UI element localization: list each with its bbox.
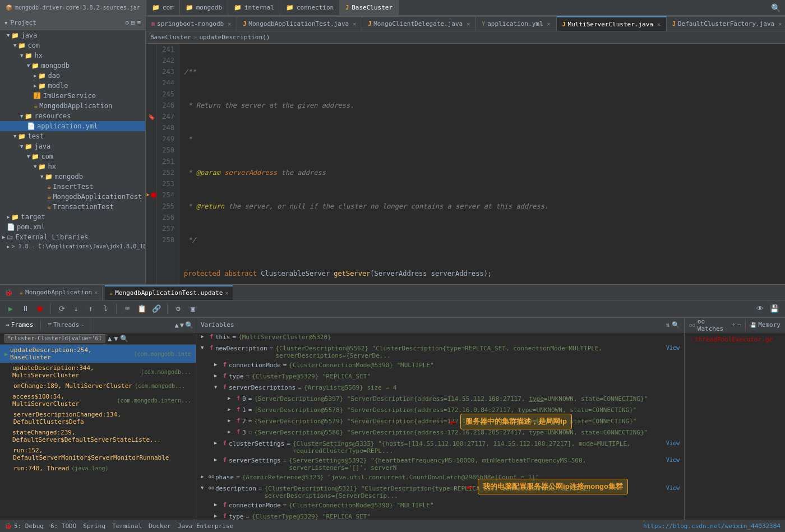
threads-button[interactable]: 🔗 bbox=[150, 303, 163, 315]
step-out-button[interactable]: ↑ bbox=[85, 303, 97, 315]
var-serverdesc[interactable]: ▼ f serverDescriptions = {ArrayList@5569… bbox=[196, 383, 684, 394]
sidebar-settings-icon[interactable]: ⚙ bbox=[125, 19, 129, 26]
var-clustersettings[interactable]: ▶ f clusterSettings = {ClusterSettings@5… bbox=[196, 439, 684, 456]
tab-defaultclusterfactory[interactable]: J DefaultClusterFactory.java ✕ bbox=[667, 16, 785, 31]
var-expand-dtype[interactable]: ▶ bbox=[214, 513, 221, 519]
status-debug[interactable]: 🐞 5: Debug bbox=[4, 522, 44, 530]
sidebar-expand-all-icon[interactable]: ⊞ bbox=[131, 19, 135, 26]
memory-toggle[interactable]: 💾 bbox=[768, 303, 781, 315]
sidebar-item-hx[interactable]: ▼ 📁 hx bbox=[0, 50, 145, 61]
var-sd-2[interactable]: ▶ f 2 = {ServerDescription@5579} "Server… bbox=[196, 417, 684, 428]
frame-6[interactable]: run:152, DefaultServerMonitor$ServerMoni… bbox=[0, 445, 196, 463]
thread-next-btn[interactable]: ▼ bbox=[114, 335, 118, 343]
var-expand-desc[interactable]: ▼ bbox=[201, 485, 207, 491]
var-expand-this[interactable]: ▶ bbox=[201, 334, 207, 339]
tab-mongoclientdelegate[interactable]: J MongoClientDelegate.java ✕ bbox=[362, 16, 476, 31]
status-docker[interactable]: Docker bbox=[149, 522, 171, 530]
frame-5[interactable]: stateChanged:239, DefaultServer$DefaultS… bbox=[0, 427, 196, 445]
var-serversettings[interactable]: ▶ f serverSettings = {ServerSettings@539… bbox=[196, 456, 684, 473]
sidebar-item-modle[interactable]: ▶ 📁 modle bbox=[0, 81, 145, 91]
var-type[interactable]: ▶ f type = {ClusterType@5329} "REPLICA_S… bbox=[196, 372, 684, 383]
debug-session-tab-apptest[interactable]: ☕ MongodbApplicationTest.update ✕ bbox=[105, 285, 233, 300]
var-expand-ss[interactable]: ▶ bbox=[214, 457, 221, 462]
frame-7[interactable]: run:748, Thread (java.lang) bbox=[0, 463, 196, 474]
var-expand-type[interactable]: ▶ bbox=[214, 373, 221, 378]
sidebar-item-test-java[interactable]: ▼ 📁 java bbox=[0, 141, 145, 151]
thread-selector-input[interactable] bbox=[4, 334, 105, 343]
var-expand-sd3[interactable]: ▶ bbox=[228, 429, 234, 434]
var-newdesc[interactable]: ▼ f newDescription = {ClusterDescription… bbox=[196, 344, 684, 360]
step-over-button[interactable]: ⟳ bbox=[56, 303, 68, 315]
tab-multiserver[interactable]: J MultiServerCluster.java ✕ bbox=[557, 16, 667, 31]
close-debug-tab0[interactable]: ✕ bbox=[94, 289, 98, 295]
tab-springboot-mongodb[interactable]: m springboot-mongodb ✕ bbox=[146, 16, 237, 31]
sidebar-item-jdk[interactable]: ▶ > 1.8 - C:\Applications\Java\jdk1.8.0_… bbox=[0, 242, 145, 251]
sidebar-item-mongodbapp[interactable]: ☕ MongodbApplication bbox=[0, 101, 145, 111]
status-terminal[interactable]: Terminal bbox=[112, 522, 142, 530]
watches-add-btn[interactable]: + bbox=[731, 321, 735, 329]
top-tab-jar[interactable]: 📦 mongodb-driver-core-3.8.2-sources.jar bbox=[0, 0, 146, 16]
watches-remove-btn[interactable]: − bbox=[737, 321, 741, 329]
var-sd-3[interactable]: ▶ f 3 = {ServerDescription@5580} "Server… bbox=[196, 428, 684, 439]
sidebar-item-extlibs[interactable]: ▶ 🗂 External Libraries bbox=[0, 232, 145, 242]
var-expand-dcm[interactable]: ▶ bbox=[214, 502, 221, 507]
var-this[interactable]: ▶ f this = {MultiServerCluster@5320} bbox=[196, 332, 684, 344]
search-icon-top[interactable]: 🔍 bbox=[766, 3, 785, 12]
sidebar-item-pom[interactable]: 📄 pom.xml bbox=[0, 222, 145, 232]
view-link-ss[interactable]: View bbox=[666, 457, 680, 463]
var-sd-1[interactable]: ▶ f 1 = {ServerDescription@5578} "Server… bbox=[196, 405, 684, 417]
close-tab-1[interactable]: ✕ bbox=[353, 21, 356, 27]
var-expand-cs[interactable]: ▶ bbox=[214, 440, 221, 446]
watches-toggle[interactable]: 👁 bbox=[754, 303, 766, 315]
sidebar-gear-icon[interactable]: ≡ bbox=[137, 19, 141, 26]
pause-button[interactable]: ⏸ bbox=[19, 303, 31, 315]
view-link-cs[interactable]: View bbox=[666, 440, 680, 446]
sidebar-item-mongodbapptest[interactable]: ☕ MongodbApplicationTest bbox=[0, 192, 145, 202]
step-into-button[interactable]: ↓ bbox=[70, 303, 82, 315]
sidebar-item-resources[interactable]: ▼ 📁 resources bbox=[0, 111, 145, 121]
sidebar-item-mongodb[interactable]: ▼ 📁 mongodb bbox=[0, 61, 145, 71]
var-expand-sd0[interactable]: ▶ bbox=[228, 395, 234, 401]
close-tab-5[interactable]: ✕ bbox=[657, 21, 661, 27]
sidebar-expand-icon[interactable]: ▼ bbox=[4, 20, 7, 26]
var-desc-connmode[interactable]: ▶ f connectionMode = {ClusterConnectionM… bbox=[196, 501, 684, 512]
frame-0[interactable]: ▶ updateDescription:254, BaseCluster (co… bbox=[0, 345, 196, 363]
evaluate-button[interactable]: ⌨ bbox=[121, 303, 133, 315]
debug-session-tab-mongodbapp[interactable]: ☕ MongodbApplication ✕ bbox=[15, 285, 103, 300]
sidebar-item-java[interactable]: ▼ 📁 java bbox=[0, 30, 145, 40]
top-tab-mongodb[interactable]: 📁 mongodb bbox=[180, 0, 228, 16]
frame-4[interactable]: serverDescriptionChanged:134, DefaultClu… bbox=[0, 409, 196, 427]
frames-up-btn[interactable]: ▲ bbox=[175, 321, 179, 329]
layout-button[interactable]: ▣ bbox=[187, 303, 199, 315]
close-debug-tab1[interactable]: ✕ bbox=[225, 290, 228, 296]
view-link-newdesc[interactable]: View bbox=[666, 345, 680, 351]
frames-dropdown-button[interactable]: 📋 bbox=[136, 303, 148, 315]
top-tab-com[interactable]: 📁 com bbox=[146, 0, 180, 16]
tab-appyml[interactable]: Y application.yml ✕ bbox=[476, 16, 556, 31]
close-tab-0[interactable]: ✕ bbox=[228, 21, 231, 27]
frames-filter-btn[interactable]: 🔍 bbox=[185, 321, 193, 329]
sidebar-item-test[interactable]: ▼ 📁 test bbox=[0, 131, 145, 141]
watch-item-0[interactable]: ⚠ threadPoolExecutor.ge bbox=[689, 335, 781, 344]
close-tab-3[interactable]: ✕ bbox=[547, 21, 551, 27]
thread-prev-btn[interactable]: ▲ bbox=[108, 335, 112, 343]
settings-button[interactable]: ⚙ bbox=[172, 303, 184, 315]
frame-2[interactable]: onChange:189, MultiServerCluster (com.mo… bbox=[0, 381, 196, 391]
var-sort-btn[interactable]: ⇅ bbox=[666, 321, 669, 329]
resume-button[interactable]: ▶ bbox=[4, 303, 17, 315]
frames-down-btn[interactable]: ▼ bbox=[180, 321, 184, 329]
frame-1[interactable]: updateDescription:344, MultiServerCluste… bbox=[0, 363, 196, 381]
status-todo[interactable]: 6: TODO bbox=[50, 522, 76, 530]
sidebar-item-test-hx[interactable]: ▼ 📁 hx bbox=[0, 161, 145, 172]
sidebar-item-test-com[interactable]: ▼ 📁 com bbox=[0, 151, 145, 161]
sidebar-item-com[interactable]: ▼ 📁 com bbox=[0, 40, 145, 50]
thread-filter-btn[interactable]: 🔍 bbox=[120, 335, 128, 343]
var-expand-newdesc[interactable]: ▼ bbox=[201, 345, 207, 350]
thread-selector[interactable]: ▲ ▼ 🔍 bbox=[0, 332, 196, 345]
breadcrumb-basecluster[interactable]: BaseCluster bbox=[150, 34, 191, 41]
frame-3[interactable]: access$100:54, MultiServerCluster (com.m… bbox=[0, 391, 196, 409]
close-tab-6[interactable]: ✕ bbox=[778, 21, 782, 27]
var-sd-0[interactable]: ▶ f 0 = {ServerDescription@5397} "Server… bbox=[196, 394, 684, 405]
sidebar-item-dao[interactable]: ▶ 📁 dao bbox=[0, 71, 145, 81]
top-tab-basecluster[interactable]: J BaseCluster bbox=[340, 0, 399, 16]
